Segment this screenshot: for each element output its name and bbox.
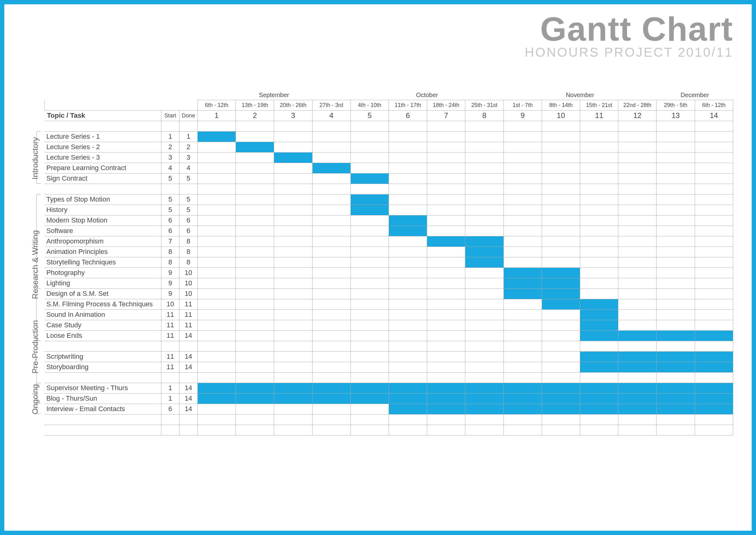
gantt-cell (350, 309, 389, 320)
task-start: 5 (161, 205, 179, 215)
task-done: 8 (179, 246, 197, 257)
gantt-cell (503, 131, 542, 142)
week-number: 10 (542, 110, 580, 121)
gantt-cell (427, 246, 465, 257)
gantt-cell (618, 246, 657, 257)
gantt-cell (197, 330, 235, 341)
gantt-cell (618, 152, 657, 163)
gantt-cell (542, 383, 580, 393)
week-number: 9 (503, 110, 542, 121)
task-name: Lecture Series - 1 (45, 131, 161, 142)
gantt-cell (542, 163, 580, 173)
gantt-cell (389, 330, 427, 341)
task-row: Case Study1111 (45, 320, 733, 330)
task-start: 1 (161, 383, 179, 393)
gantt-cell (542, 309, 580, 320)
gantt-cell (389, 289, 427, 299)
gantt-cell (236, 309, 274, 320)
gantt-cell (618, 142, 657, 152)
task-done: 14 (179, 330, 197, 341)
gantt-cell (236, 330, 274, 341)
task-row: Loose Ends1114 (45, 330, 733, 341)
gantt-cell (580, 215, 618, 226)
week-number: 8 (465, 110, 503, 121)
gantt-cell (389, 278, 427, 289)
gantt-cell (503, 226, 542, 236)
gantt-cell (580, 320, 618, 330)
gantt-cell (427, 226, 465, 236)
week-number: 11 (580, 110, 618, 121)
gantt-cell (312, 404, 350, 414)
gantt-cell (695, 278, 733, 289)
gantt-cell (695, 330, 733, 341)
gantt-cell (389, 351, 427, 362)
gantt-cell (465, 351, 503, 362)
gantt-cell (312, 289, 350, 299)
task-name: Sign Contract (45, 173, 161, 184)
week-number: 3 (274, 110, 312, 121)
task-start: 9 (161, 268, 179, 278)
gantt-cell (274, 236, 312, 246)
gantt-cell (389, 268, 427, 278)
gantt-cell (618, 278, 657, 289)
task-done: 11 (179, 299, 197, 309)
gantt-cell (312, 152, 350, 163)
gantt-cell (618, 194, 657, 205)
gantt-cell (427, 236, 465, 246)
spacer-row (45, 372, 733, 383)
spacer-row (45, 341, 733, 351)
task-done: 11 (179, 320, 197, 330)
gantt-cell (312, 246, 350, 257)
task-name: Photography (45, 268, 161, 278)
task-name: Anthropomorphism (45, 236, 161, 246)
gantt-cell (695, 205, 733, 215)
gantt-cell (236, 246, 274, 257)
gantt-cell (580, 205, 618, 215)
gantt-cell (465, 257, 503, 268)
gantt-cell (503, 309, 542, 320)
gantt-cell (542, 226, 580, 236)
gantt-cell (389, 404, 427, 414)
gantt-cell (236, 131, 274, 142)
task-row: Interview - Email Contacts614 (45, 404, 733, 414)
gantt-cell (465, 163, 503, 173)
month-header: September (197, 91, 350, 100)
chart-area: IntroductoryResearch & WritingPre-Produc… (23, 91, 733, 436)
done-column-header: Done (179, 110, 197, 121)
gantt-cell (657, 320, 695, 330)
task-name: Supervisor Meeting - Thurs (45, 383, 161, 393)
gantt-cell (274, 152, 312, 163)
task-name: Prepare Learning Contract (45, 163, 161, 173)
gantt-cell (274, 383, 312, 393)
week-range: 6th - 12th (197, 100, 235, 110)
task-done: 6 (179, 215, 197, 226)
gantt-cell (236, 320, 274, 330)
gantt-cell (312, 299, 350, 309)
gantt-cell (503, 330, 542, 341)
task-done: 10 (179, 268, 197, 278)
gantt-cell (350, 383, 389, 393)
gantt-cell (389, 194, 427, 205)
gantt-cell (580, 393, 618, 404)
gantt-cell (618, 404, 657, 414)
gantt-cell (618, 393, 657, 404)
gantt-cell (389, 257, 427, 268)
gantt-cell (389, 362, 427, 372)
gantt-cell (312, 142, 350, 152)
gantt-cell (312, 226, 350, 236)
task-name: Modern Stop Motion (45, 215, 161, 226)
gantt-cell (389, 393, 427, 404)
gantt-cell (236, 215, 274, 226)
task-done: 14 (179, 362, 197, 372)
gantt-cell (427, 215, 465, 226)
week-number: 1 (197, 110, 235, 121)
gantt-cell (503, 236, 542, 246)
task-done: 14 (179, 351, 197, 362)
gantt-cell (695, 131, 733, 142)
gantt-cell (503, 393, 542, 404)
gantt-cell (695, 309, 733, 320)
task-row: Sound In Animation1111 (45, 309, 733, 320)
gantt-cell (695, 246, 733, 257)
task-start: 6 (161, 404, 179, 414)
gantt-cell (580, 236, 618, 246)
